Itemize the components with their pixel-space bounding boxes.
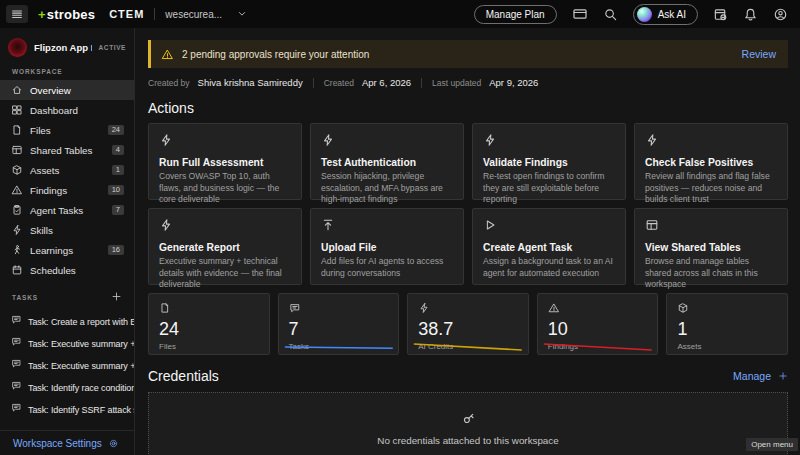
ask-ai-button[interactable]: Ask AI [633,4,698,25]
action-check-false-positives[interactable]: Check False Positives Review all finding… [634,123,788,200]
files-count-badge: 24 [108,125,124,136]
logo-plus-icon: + [38,7,46,22]
stat-ai-credits[interactable]: 38.7 AI Credits [407,293,529,355]
task-list-item[interactable]: Task: Identify race condition...8 messag… [0,376,134,398]
warning-icon [11,184,23,196]
releases-button[interactable] [713,7,728,22]
notifications-button[interactable] [743,7,758,22]
cube-icon [11,164,23,176]
workspace-meta: Created by Shiva krishna Samireddy Creat… [148,77,788,88]
chat-icon [11,314,22,325]
chat-icon [11,358,22,369]
sidebar-item-learnings[interactable]: Learnings 16 [0,240,134,260]
stat-findings[interactable]: 10 Findings [537,293,659,355]
sidebar-item-dashboard[interactable]: Dashboard [0,100,134,120]
file-icon [11,124,23,136]
account-button[interactable] [773,7,788,22]
chat-icon [11,336,22,347]
calendar-icon [11,264,23,276]
pending-approvals-banner: 2 pending approvals require your attenti… [148,40,788,68]
topbar-actions: Manage Plan Ask AI [474,4,788,25]
gear-icon [108,438,119,449]
home-icon [11,84,23,96]
stat-tasks[interactable]: 7 Tasks [278,293,400,355]
menu-button[interactable] [6,5,28,23]
sidebar: Flipzon App Pen... ACTIVE WORKSPACE Over… [0,28,135,455]
key-icon [461,411,476,426]
sidebar-item-shared-tables[interactable]: Shared Tables 4 [0,140,134,160]
workspace-header[interactable]: Flipzon App Pen... ACTIVE [0,28,134,66]
updated-date-value: Apr 9, 2026 [489,77,538,88]
strobes-logo[interactable]: + strobes [38,7,95,22]
billing-button[interactable] [572,6,588,22]
plus-icon [111,291,122,302]
chat-icon [11,402,22,413]
action-generate-report[interactable]: Generate Report Executive summary + tech… [148,208,302,285]
workspace-settings-link[interactable]: Workspace Settings [0,430,134,455]
topbar-divider [154,8,155,20]
task-list-item[interactable]: Task: Executive summary + t...5 messages… [0,354,134,376]
action-upload-file[interactable]: Upload File Add files for AI agents to a… [310,208,464,285]
findings-trend-sparkline [542,342,654,352]
action-run-full-assessment[interactable]: Run Full Assessment Covers OWASP Top 10,… [148,123,302,200]
topbar: + strobes CTEM wesecurea... Manage Plan … [0,0,800,28]
task-list-item[interactable]: Task: Executive summary + t...5 messages… [0,332,134,354]
actions-grid: Run Full Assessment Covers OWASP Top 10,… [148,123,788,285]
action-test-authentication[interactable]: Test Authentication Session hijacking, p… [310,123,464,200]
sidebar-item-overview[interactable]: Overview [0,80,134,100]
org-switcher[interactable]: wesecurea... [165,8,248,20]
manage-plan-button[interactable]: Manage Plan [474,5,557,24]
ai-credits-trend-sparkline [412,342,524,352]
task-list-item[interactable]: Task: Create a report with E...2 message… [0,310,134,332]
calendar-status-icon [713,7,728,22]
user-icon [773,7,788,22]
stat-assets[interactable]: 1 Assets [666,293,788,355]
shared-tables-count-badge: 4 [112,145,124,156]
workspace-name: Flipzon App Pen... [34,42,92,53]
action-create-agent-task[interactable]: Create Agent Task Assign a background ta… [472,208,626,285]
lightning-icon [645,133,659,147]
sidebar-item-agent-tasks[interactable]: Agent Tasks 7 [0,200,134,220]
open-menu-tooltip: Open menu [746,438,798,451]
agent-tasks-count-badge: 7 [112,205,124,216]
credentials-empty-text: No credentials attached to this workspac… [377,435,558,446]
upload-icon [321,218,335,232]
action-view-shared-tables[interactable]: View Shared Tables Browse and manage tab… [634,208,788,285]
assets-count-badge: 1 [112,165,124,176]
credentials-header: Credentials Manage [148,368,788,384]
clipboard-icon [11,204,23,216]
sidebar-item-schedules[interactable]: Schedules [0,260,134,280]
sidebar-item-skills[interactable]: Skills [0,220,134,240]
manage-credentials-link[interactable]: Manage [733,370,788,382]
logo-text: strobes [47,7,95,22]
table-icon [645,218,659,232]
lightning-icon [483,133,497,147]
workspace-section-label: WORKSPACE [0,66,134,80]
sidebar-item-findings[interactable]: Findings 10 [0,180,134,200]
tasks-section-label: TASKS [12,294,38,301]
tasks-section-header: TASKS [0,280,134,310]
play-icon [483,218,497,232]
lightning-icon [418,302,430,314]
credentials-title: Credentials [148,368,219,384]
chat-icon [289,302,301,314]
credentials-empty-state: No credentials attached to this workspac… [148,392,788,455]
ai-orb-icon [637,7,652,22]
chevron-down-icon [236,8,248,20]
stat-files[interactable]: 24 Files [148,293,270,355]
sidebar-item-assets[interactable]: Assets 1 [0,160,134,180]
task-list-item[interactable]: Task: Identify SSRF attack s...12 messag… [0,398,134,420]
chat-icon [11,380,22,391]
action-validate-findings[interactable]: Validate Findings Re-test open findings … [472,123,626,200]
search-button[interactable] [603,7,618,22]
warning-icon [548,302,560,314]
add-task-button[interactable] [111,290,122,305]
actions-title: Actions [148,100,788,116]
credit-card-icon [572,6,588,22]
review-link[interactable]: Review [742,48,776,60]
created-by-value: Shiva krishna Samireddy [198,77,303,88]
learnings-count-badge: 16 [108,245,124,256]
workspace-status-badge: ACTIVE [99,44,126,51]
sidebar-item-files[interactable]: Files 24 [0,120,134,140]
tasks-trend-sparkline [283,342,395,352]
